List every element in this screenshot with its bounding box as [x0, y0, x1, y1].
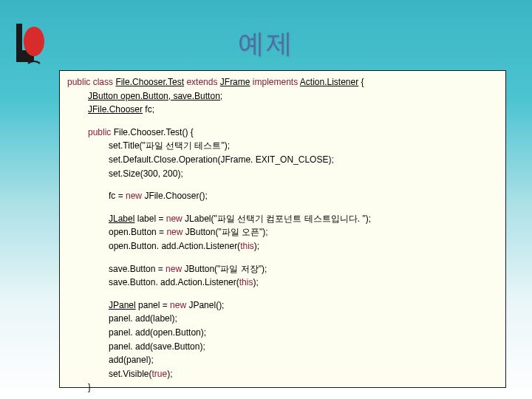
code-line: JFile.Chooser fc;: [67, 103, 498, 117]
svg-point-0: [24, 27, 44, 56]
code-line: }: [67, 381, 498, 395]
code-line: set.Size(300, 200);: [67, 167, 498, 181]
java-logo-icon: [13, 21, 55, 65]
code-line: JButton open.Button, save.Button;: [67, 89, 498, 103]
slide-header: 예제: [0, 0, 532, 70]
code-line: set.Visible(true);: [67, 367, 498, 381]
slide-title: 예제: [238, 26, 294, 62]
code-line: JPanel panel = new JPanel();: [67, 299, 498, 313]
code-line: panel. add(save.Button);: [67, 340, 498, 354]
code-line: save.Button. add.Action.Listener(this);: [67, 276, 498, 290]
code-line: panel. add(open.Button);: [67, 326, 498, 340]
code-line: JLabel label = new JLabel("파일 선택기 컴포넌트 테…: [67, 212, 498, 226]
code-line: public class File.Chooser.Test extends J…: [67, 75, 498, 89]
code-line: fc = new JFile.Chooser();: [67, 189, 498, 203]
code-line: set.Default.Close.Operation(JFrame. EXIT…: [67, 153, 498, 167]
code-line: panel. add(label);: [67, 312, 498, 326]
code-line: public File.Chooser.Test() {: [67, 126, 498, 140]
code-line: save.Button = new JButton("파일 저장");: [67, 262, 498, 276]
code-line: add(panel);: [67, 353, 498, 367]
code-line: open.Button. add.Action.Listener(this);: [67, 239, 498, 253]
code-block: public class File.Chooser.Test extends J…: [59, 70, 506, 388]
code-line: set.Title("파일 선택기 테스트");: [67, 139, 498, 153]
code-line: open.Button = new JButton("파일 오픈");: [67, 225, 498, 239]
